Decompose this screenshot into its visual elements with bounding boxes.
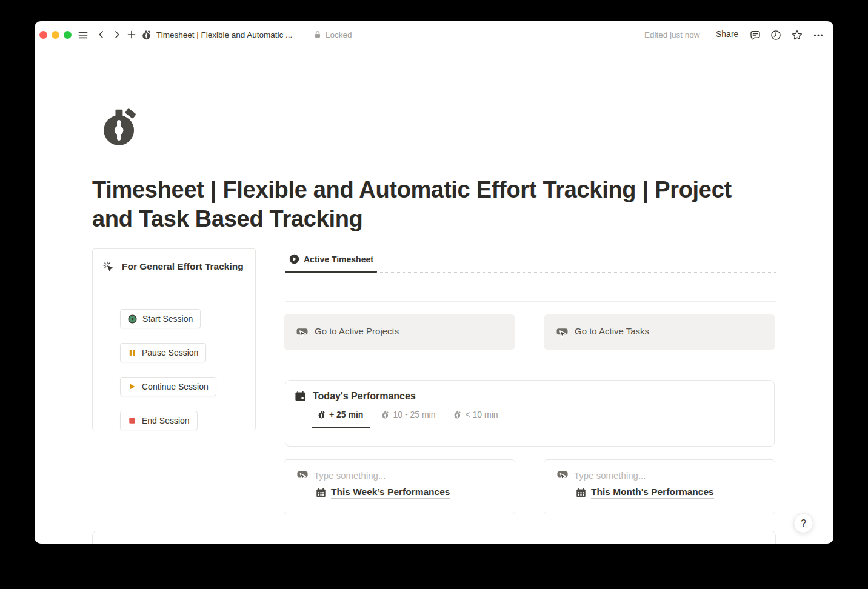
more-options-button[interactable] [811, 28, 826, 42]
calendar-icon [295, 390, 306, 402]
todays-performances-card: Today's Performances + 25 min [285, 380, 775, 447]
week-type-placeholder: Type something... [314, 470, 386, 481]
stopwatch-icon [318, 411, 326, 419]
goto-active-tasks[interactable]: Go to Active Tasks [544, 314, 775, 350]
comments-button[interactable] [748, 28, 763, 42]
month-type-placeholder: Type something... [574, 470, 646, 481]
stop-square-icon [128, 416, 136, 425]
traffic-light-zoom[interactable] [64, 31, 72, 39]
share-button[interactable]: Share [716, 29, 738, 39]
cursor-click-icon [102, 261, 115, 273]
todays-performances-header: Today's Performances [295, 390, 416, 402]
nav-forward-button[interactable] [111, 28, 123, 41]
tab-10-25-min-label: 10 - 25 min [393, 410, 435, 419]
locked-toggle[interactable]: Locked [313, 28, 352, 41]
pause-icon [128, 348, 136, 357]
chevron-right-icon [112, 30, 122, 39]
nav-back-button[interactable] [95, 28, 107, 41]
favorite-button[interactable] [790, 28, 804, 42]
breadcrumb-page-tab[interactable]: Timesheet | Flexible and Automatic ... [141, 27, 292, 42]
page-icon-stopwatch[interactable] [99, 106, 141, 148]
week-performances-card: Type something... This Week’s Performanc… [284, 459, 515, 514]
lock-icon [313, 30, 322, 39]
stopwatch-icon [99, 106, 141, 147]
traffic-light-close[interactable] [39, 31, 47, 39]
clock-icon [770, 29, 782, 41]
traffic-light-minimize[interactable] [52, 31, 59, 39]
general-effort-callout: For General Effort Tracking Start Sessio… [92, 248, 256, 430]
callout-title: For General Effort Tracking [122, 261, 244, 272]
chevron-left-icon [96, 30, 106, 39]
stopwatch-icon [453, 411, 461, 419]
locked-label: Locked [326, 30, 352, 39]
tab-plus-25-min[interactable]: + 25 min [312, 410, 369, 419]
month-performances-label: This Month's Performances [591, 487, 714, 499]
week-performances-link[interactable]: This Week’s Performances [316, 487, 450, 499]
start-session-button[interactable]: Start Session [120, 309, 201, 328]
ellipsis-icon [813, 30, 824, 41]
tab-plus-25-min-label: + 25 min [329, 410, 363, 419]
comment-icon [749, 29, 761, 41]
continue-session-label: Continue Session [142, 382, 209, 391]
history-button[interactable] [769, 28, 783, 42]
tab-under-10-min-label: < 10 min [465, 410, 498, 419]
callout-header: For General Effort Tracking [102, 261, 244, 273]
tap-cursor-icon [296, 469, 309, 481]
page-title: Timesheet | Flexible and Automatic Effor… [92, 176, 765, 233]
play-triangle-icon [128, 382, 136, 391]
goto-active-projects[interactable]: Go to Active Projects [284, 314, 515, 350]
play-circle-icon [128, 314, 137, 324]
tab-10-25-min[interactable]: 10 - 25 min [375, 410, 441, 419]
calendar-grid-icon [316, 488, 326, 498]
tab-under-10-min[interactable]: < 10 min [447, 410, 504, 419]
play-circle-icon [289, 254, 299, 264]
week-type-area[interactable]: Type something... [296, 469, 386, 481]
tab-active-timesheet-label: Active Timesheet [304, 255, 373, 264]
duration-tabs: + 25 min 10 - 25 min [312, 410, 504, 419]
tap-cursor-icon [556, 326, 569, 339]
week-performances-label: This Week’s Performances [331, 487, 450, 499]
continue-session-button[interactable]: Continue Session [120, 377, 216, 396]
tap-cursor-icon [556, 469, 569, 481]
goto-active-projects-label: Go to Active Projects [315, 326, 399, 338]
month-performances-card: Type something... This Month's Performan… [544, 459, 775, 514]
help-button[interactable]: ? [793, 513, 813, 533]
end-session-label: End Session [142, 416, 190, 425]
pause-session-button[interactable]: Pause Session [120, 343, 206, 362]
month-type-area[interactable]: Type something... [556, 469, 646, 481]
calendar-grid-icon [576, 488, 586, 498]
new-page-button[interactable] [125, 28, 138, 41]
hamburger-icon [78, 30, 88, 41]
tab-active-timesheet[interactable]: Active Timesheet [289, 254, 373, 264]
stopwatch-icon [381, 411, 389, 419]
active-tab-underline [285, 271, 377, 273]
tap-cursor-icon [296, 326, 309, 339]
star-icon [791, 29, 803, 41]
end-session-button[interactable]: End Session [120, 411, 198, 430]
window-page-title: Timesheet | Flexible and Automatic ... [156, 30, 292, 39]
pause-session-label: Pause Session [142, 348, 198, 358]
sidebar-toggle-button[interactable] [76, 28, 89, 41]
next-section-cutoff [92, 531, 776, 544]
goto-active-tasks-label: Go to Active Tasks [575, 326, 649, 338]
start-session-label: Start Session [142, 314, 193, 324]
plus-icon [127, 30, 136, 39]
section-divider [285, 301, 776, 302]
duration-tab-bar-rule [312, 428, 767, 428]
duration-active-tab-underline [312, 427, 370, 428]
todays-performances-title: Today's Performances [313, 391, 416, 402]
stopwatch-page-icon [141, 30, 152, 40]
notion-window: Timesheet | Flexible and Automatic ... L… [35, 21, 833, 544]
month-performances-link[interactable]: This Month's Performances [576, 487, 714, 499]
section-divider [285, 361, 776, 361]
edited-status: Edited just now [644, 30, 700, 39]
